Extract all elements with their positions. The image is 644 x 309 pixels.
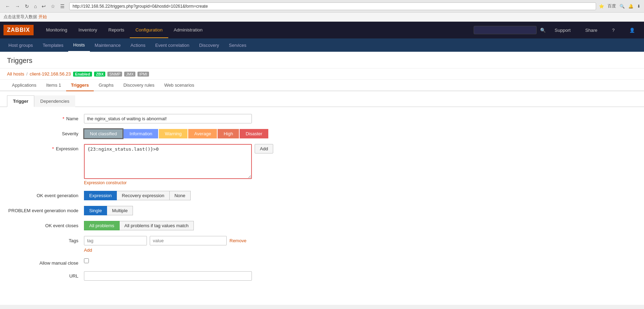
host-tab-triggers[interactable]: Triggers [66,80,94,91]
host-tab-graphs[interactable]: Graphs [94,80,119,91]
allow-manual-close-label: Allow manual close [7,258,84,266]
page-title: Triggers [7,57,637,65]
url-input[interactable] [84,271,252,281]
top-nav-search[interactable] [474,26,537,34]
ok-event-gen-none[interactable]: None [170,191,191,200]
nav-support[interactable]: Support [549,23,576,38]
expression-add-button[interactable]: Add [255,144,273,153]
severity-group: Not classified Information Warning Avera… [84,129,268,138]
search-icon: 🔍 [540,28,546,33]
expression-label: * Expression [7,144,84,151]
subnav-templates[interactable]: Templates [38,39,68,51]
nav-administration[interactable]: Administration [168,22,208,38]
nav-help[interactable]: ? [607,23,620,38]
subnav-event-correlation[interactable]: Event correlation [150,39,194,51]
severity-average[interactable]: Average [188,129,217,138]
severity-row: Severity Not classified Information Warn… [7,129,637,138]
breadcrumb-all-hosts[interactable]: All hosts [7,71,24,77]
severity-high[interactable]: High [218,129,239,138]
ok-event-gen-expression[interactable]: Expression [84,191,117,200]
allow-manual-close-checkbox-wrapper [84,258,89,263]
problem-event-mode-group: Single Multiple [84,206,133,215]
url-row: URL [7,271,637,281]
page-title-bar: Triggers [0,52,644,69]
browser-nav-buttons: ← → ↻ ⌂ ↩ ☆ ☰ [3,3,66,10]
browser-icon-3: 🔔 [628,4,634,9]
browser-icon-1: ⭐ [599,4,604,9]
subnav-host-groups[interactable]: Host groups [3,39,38,51]
allow-manual-close-row: Allow manual close [7,258,637,266]
severity-label: Severity [7,129,84,136]
nav-inventory[interactable]: Inventory [73,22,102,38]
problem-event-mode-row: PROBLEM event generation mode Single Mul… [7,206,637,215]
tag-input[interactable] [84,236,147,245]
back-button-2[interactable]: ↩ [40,3,48,10]
subnav-hosts[interactable]: Hosts [68,39,90,52]
expression-inner: {23:nginx_status.last()}>0 Add [84,144,273,179]
nav-reports[interactable]: Reports [103,22,130,38]
severity-not-classified[interactable]: Not classified [84,129,123,138]
expression-row: * Expression {23:nginx_status.last()}>0 … [7,144,637,185]
import-hint: 点击这里导入数据 [3,14,37,20]
breadcrumb-sep: / [26,71,28,77]
form-tab-trigger[interactable]: Trigger [7,95,34,107]
host-tab-applications[interactable]: Applications [7,80,41,91]
url-label: URL [7,271,84,279]
tags-inputs-row: Remove [84,236,246,245]
import-bar: 点击这里导入数据 开始 [0,13,644,22]
browser-icon-2: 🔍 [620,4,625,9]
expression-constructor-link[interactable]: Expression constructor [84,180,273,185]
subnav-actions[interactable]: Actions [126,39,150,51]
expression-textarea[interactable]: {23:nginx_status.last()}>0 [84,144,252,179]
remove-tag-link[interactable]: Remove [229,238,246,243]
ok-event-all-problems[interactable]: All problems [84,221,120,230]
forward-button[interactable]: → [13,3,22,10]
import-link[interactable]: 开始 [38,14,47,20]
nav-user[interactable]: 👤 [624,23,641,38]
nav-configuration[interactable]: Configuration [130,22,168,38]
allow-manual-close-checkbox[interactable] [84,258,89,263]
expression-wrapper: {23:nginx_status.last()}>0 Add Expressio… [84,144,273,185]
ok-event-gen-recovery[interactable]: Recovery expression [117,191,169,200]
expression-required-star: * [52,146,54,151]
address-bar[interactable] [69,2,596,10]
zabbix-logo[interactable]: ZABBIX [3,25,34,35]
top-nav-right: 🔍 Support Share ? 👤 [474,23,641,38]
name-input[interactable] [84,114,252,123]
nav-monitoring[interactable]: Monitoring [41,22,73,38]
sub-nav: Host groups Templates Hosts Maintenance … [0,38,644,52]
problem-event-single[interactable]: Single [84,206,107,215]
host-tab-web-scenarios[interactable]: Web scenarios [160,80,199,91]
bookmark-button[interactable]: ☆ [49,3,57,10]
ok-event-gen-label: OK event generation [7,191,84,198]
host-tabs: Applications Items 1 Triggers Graphs Dis… [0,80,644,91]
browser-chrome: ← → ↻ ⌂ ↩ ☆ ☰ ⭐ 百度 🔍 🔔 ⬇ [0,0,644,13]
problem-event-multiple[interactable]: Multiple [107,206,133,215]
ok-event-tag-match[interactable]: All problems if tag values match [120,221,194,230]
reload-button[interactable]: ↻ [23,3,31,10]
nav-share[interactable]: Share [580,23,603,38]
breadcrumb-host-name[interactable]: client-192.168.56.23 [30,71,71,77]
home-button[interactable]: ⌂ [32,3,38,10]
severity-disaster[interactable]: Disaster [240,129,268,138]
host-tab-discovery-rules[interactable]: Discovery rules [119,80,160,91]
severity-information[interactable]: Information [123,129,158,138]
add-tag-row: Add [84,247,246,253]
subnav-discovery[interactable]: Discovery [194,39,224,51]
host-tag-snmp: SNMP [107,72,122,77]
add-tag-link[interactable]: Add [84,247,92,253]
browser-icon-4: ⬇ [637,4,641,9]
history-button[interactable]: ☰ [58,3,66,10]
subnav-maintenance[interactable]: Maintenance [90,39,126,51]
host-tag-zbx: ZBX [94,72,105,77]
tag-value-input[interactable] [150,236,227,245]
host-tab-items[interactable]: Items 1 [41,80,66,91]
form-tab-dependencies[interactable]: Dependencies [34,95,75,107]
breadcrumb-bar: All hosts / client-192.168.56.23 Enabled… [0,69,644,80]
back-button[interactable]: ← [3,3,12,10]
tags-label: Tags [7,236,84,243]
name-required-star: * [63,116,64,121]
subnav-services[interactable]: Services [224,39,251,51]
host-tag-ipmi: IPMI [137,72,149,77]
severity-warning[interactable]: Warning [159,129,187,138]
